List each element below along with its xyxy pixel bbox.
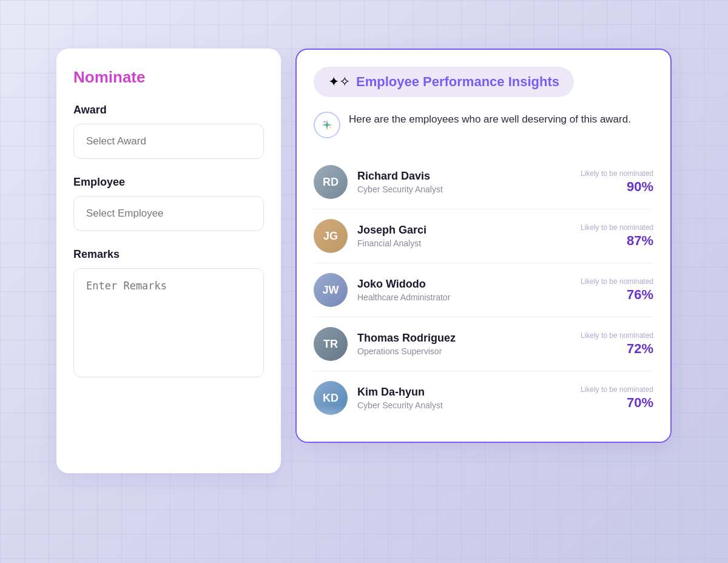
employee-role: Operations Supervisor [357,346,571,356]
sparkle-main-icon: ✦✧ [328,74,350,90]
award-label: Award [73,104,264,116]
score-value: 90% [581,179,653,195]
main-container: Nominate Award Employee Remarks ✦✧ Emplo… [0,0,728,563]
nomination-score: Likely to be nominated 90% [581,169,653,195]
score-value: 70% [581,395,653,411]
remarks-label: Remarks [73,248,264,261]
employee-row: RD Richard Davis Cyber Security Analyst … [314,155,653,209]
employee-role: Cyber Security Analyst [357,400,571,410]
score-value: 76% [581,287,653,303]
employee-input[interactable] [73,196,264,231]
employee-row: KD Kim Da-hyun Cyber Security Analyst Li… [314,371,653,425]
remarks-textarea[interactable] [73,268,264,377]
employee-avatar: JG [314,219,348,253]
employee-info: Joko Widodo Healthcare Administrator [357,278,571,302]
nomination-score: Likely to be nominated 72% [581,331,653,357]
score-label: Likely to be nominated [581,385,653,394]
insights-title: Employee Performance Insights [356,74,559,90]
employee-row: JW Joko Widodo Healthcare Administrator … [314,263,653,317]
description-text: Here are the employees who are well dese… [349,112,631,127]
nominate-title: Nominate [73,68,264,87]
employee-label: Employee [73,176,264,189]
nomination-score: Likely to be nominated 76% [581,277,653,303]
score-label: Likely to be nominated [581,277,653,286]
score-value: 72% [581,341,653,357]
employee-row: TR Thomas Rodriguez Operations Superviso… [314,317,653,371]
insights-header-pill: ✦✧ Employee Performance Insights [314,67,574,97]
employee-avatar: RD [314,165,348,199]
employee-role: Cyber Security Analyst [357,184,571,194]
employee-role: Financial Analyst [357,238,571,248]
employee-info: Joseph Garci Financial Analyst [357,224,571,248]
employee-info: Richard Davis Cyber Security Analyst [357,170,571,194]
employee-name: Thomas Rodriguez [357,332,571,345]
employee-name: Richard Davis [357,170,571,183]
score-label: Likely to be nominated [581,169,653,178]
employee-avatar: JW [314,273,348,307]
employee-info: Kim Da-hyun Cyber Security Analyst [357,386,571,410]
employee-row: JG Joseph Garci Financial Analyst Likely… [314,209,653,263]
employee-avatar: TR [314,327,348,361]
employee-name: Kim Da-hyun [357,386,571,399]
employee-info: Thomas Rodriguez Operations Supervisor [357,332,571,356]
score-label: Likely to be nominated [581,223,653,232]
employee-name: Joseph Garci [357,224,571,237]
sparkle-circle-icon [314,112,340,138]
employee-list: RD Richard Davis Cyber Security Analyst … [314,155,653,425]
svg-point-1 [329,127,331,128]
nomination-score: Likely to be nominated 87% [581,223,653,249]
award-input[interactable] [73,124,264,159]
employee-name: Joko Widodo [357,278,571,291]
employee-role: Healthcare Administrator [357,292,571,302]
insights-card: ✦✧ Employee Performance Insights Here ar… [295,49,672,443]
score-value: 87% [581,233,653,249]
description-row: Here are the employees who are well dese… [314,112,653,138]
nominate-card: Nominate Award Employee Remarks [56,49,281,473]
score-label: Likely to be nominated [581,331,653,340]
svg-point-0 [324,121,326,123]
nomination-score: Likely to be nominated 70% [581,385,653,411]
employee-avatar: KD [314,381,348,415]
